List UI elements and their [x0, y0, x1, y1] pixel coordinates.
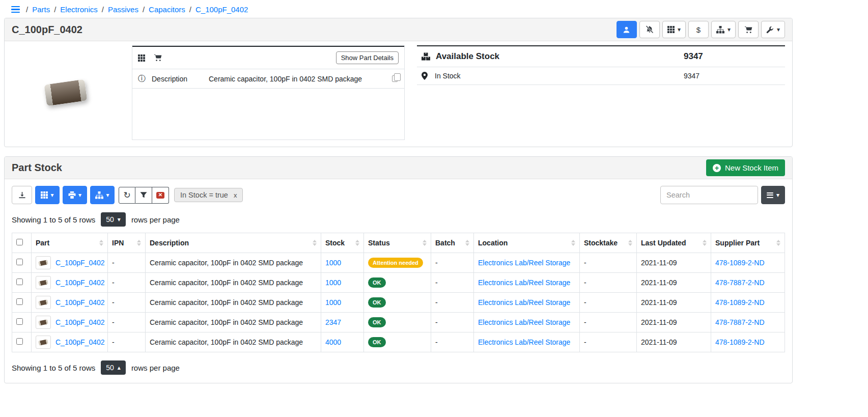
active-filter-chip: In Stock = true x [174, 188, 243, 202]
row-checkbox[interactable] [16, 318, 23, 325]
table-format-dropdown-button[interactable]: ▾ [761, 186, 785, 204]
clear-filters-icon: ✕ [156, 192, 164, 199]
filter-icon [140, 191, 147, 199]
sitemap-icon [716, 26, 724, 34]
chevron-up-icon: ▴ [118, 365, 121, 371]
rows-per-page-label: rows per page [131, 364, 180, 372]
part-link[interactable]: C_100pF_0402 [55, 338, 105, 346]
in-stock-row: In Stock 9347 [417, 67, 785, 85]
part-actions-toolbar: ▾ $ ▾ [617, 21, 785, 38]
in-stock-label: In Stock [435, 72, 461, 80]
column-header-location[interactable]: Location [474, 233, 580, 253]
pricing-button[interactable]: $ [688, 21, 709, 38]
row-checkbox[interactable] [16, 279, 23, 285]
supplier-part-link[interactable]: 478-7887-2-ND [715, 279, 765, 287]
bell-slash-icon [646, 25, 654, 34]
breadcrumb-link-parts[interactable]: Parts [32, 5, 50, 14]
chevron-down-icon: ▾ [777, 26, 780, 33]
part-link[interactable]: C_100pF_0402 [55, 259, 105, 267]
page-size-dropdown[interactable]: 50 ▾ [101, 212, 126, 227]
part-link[interactable]: C_100pF_0402 [55, 318, 105, 326]
stock-row: C_100pF_0402 - Ceramic capacitor, 100pF … [12, 332, 785, 352]
breadcrumb-link-passives[interactable]: Passives [108, 5, 138, 14]
breadcrumb-separator: / [26, 5, 28, 14]
grid-icon [667, 26, 675, 33]
filter-button[interactable] [135, 187, 152, 204]
column-header-stock[interactable]: Stock [321, 233, 364, 253]
stock-options-dropdown-button[interactable]: ▾ [90, 186, 115, 204]
row-checkbox[interactable] [16, 298, 23, 305]
sort-icon [310, 240, 317, 246]
stock-quantity-link[interactable]: 1000 [325, 259, 341, 267]
clear-filters-button[interactable]: ✕ [152, 187, 169, 204]
status-badge: OK [368, 317, 386, 327]
remove-filter-icon[interactable]: x [234, 191, 237, 199]
row-checkbox[interactable] [16, 338, 23, 345]
part-link[interactable]: C_100pF_0402 [55, 298, 105, 307]
subscribed-user-button[interactable] [617, 21, 637, 38]
menu-icon[interactable] [11, 6, 20, 13]
stock-table: Part IPN Description Stock Status Batch … [12, 233, 785, 352]
column-header-last-updated[interactable]: Last Updated [637, 233, 711, 253]
column-header-part[interactable]: Part [32, 233, 108, 253]
stock-actions-button[interactable]: ▾ [711, 21, 736, 38]
description-row: ⓘ Description Ceramic capacitor, 100pF i… [132, 69, 404, 89]
order-actions-button[interactable] [738, 21, 759, 38]
refresh-button[interactable]: ↻ [119, 187, 135, 204]
column-header-batch[interactable]: Batch [431, 233, 474, 253]
chevron-down-icon: ▾ [118, 216, 121, 223]
breadcrumb-separator: / [143, 5, 145, 14]
supplier-part-link[interactable]: 478-1089-2-ND [715, 298, 765, 307]
part-image[interactable] [12, 45, 120, 140]
refresh-icon: ↻ [123, 191, 130, 200]
chevron-down-icon: ▾ [727, 26, 731, 33]
column-header-stocktake[interactable]: Stocktake [580, 233, 637, 253]
part-thumbnail [36, 256, 51, 269]
page-size-dropdown[interactable]: 50 ▴ [101, 360, 126, 375]
page-size-value: 50 [106, 215, 114, 224]
part-settings-button[interactable]: ▾ [761, 21, 785, 38]
location-link[interactable]: Electronics Lab/Reel Storage [478, 259, 570, 267]
column-header-description[interactable]: Description [146, 233, 321, 253]
in-stock-value: 9347 [684, 72, 780, 80]
stock-quantity-link[interactable]: 4000 [325, 338, 341, 346]
new-stock-item-button[interactable]: + New Stock Item [706, 159, 785, 176]
show-part-details-button[interactable]: Show Part Details [336, 51, 399, 64]
column-header-ipn[interactable]: IPN [108, 233, 146, 253]
supplier-part-link[interactable]: 478-1089-2-ND [715, 338, 765, 346]
breadcrumb-link-current-part[interactable]: C_100pF_0402 [195, 5, 248, 14]
breadcrumb-link-electronics[interactable]: Electronics [60, 5, 97, 14]
part-link[interactable]: C_100pF_0402 [55, 279, 105, 287]
location-link[interactable]: Electronics Lab/Reel Storage [478, 318, 570, 326]
info-icon: ⓘ [138, 74, 146, 84]
breadcrumb-link-capacitors[interactable]: Capacitors [149, 5, 185, 14]
supplier-part-link[interactable]: 478-1089-2-ND [715, 259, 765, 267]
display-options-button[interactable]: ▾ [662, 21, 686, 38]
page-title: C_100pF_0402 [12, 24, 82, 36]
stock-quantity-link[interactable]: 1000 [325, 298, 341, 307]
columns-dropdown-button[interactable]: ▾ [35, 186, 60, 204]
location-link[interactable]: Electronics Lab/Reel Storage [478, 298, 570, 307]
column-header-status[interactable]: Status [364, 233, 431, 253]
stock-quantity-link[interactable]: 2347 [325, 318, 341, 326]
wrench-icon [766, 26, 774, 34]
row-checkbox[interactable] [16, 259, 23, 265]
supplier-part-link[interactable]: 478-7887-2-ND [715, 318, 765, 326]
breadcrumb-separator: / [102, 5, 104, 14]
stock-quantity-link[interactable]: 1000 [325, 279, 341, 287]
sort-icon [352, 240, 359, 246]
available-stock-card: Available Stock 9347 In Stock 9347 [417, 45, 785, 85]
part-overview-panel: C_100pF_0402 ▾ [4, 18, 793, 147]
location-link[interactable]: Electronics Lab/Reel Storage [478, 279, 570, 287]
download-button[interactable] [12, 186, 32, 204]
location-link[interactable]: Electronics Lab/Reel Storage [478, 338, 570, 346]
print-dropdown-button[interactable]: ▾ [63, 186, 87, 204]
boxes-icon [422, 52, 430, 61]
unsubscribe-button[interactable] [639, 21, 660, 38]
map-pin-icon [422, 72, 428, 80]
search-input[interactable] [660, 186, 758, 204]
select-all-checkbox[interactable] [16, 239, 23, 245]
status-badge: OK [368, 337, 386, 347]
copy-icon[interactable] [392, 75, 398, 82]
column-header-supplier-part[interactable]: Supplier Part [711, 233, 785, 253]
